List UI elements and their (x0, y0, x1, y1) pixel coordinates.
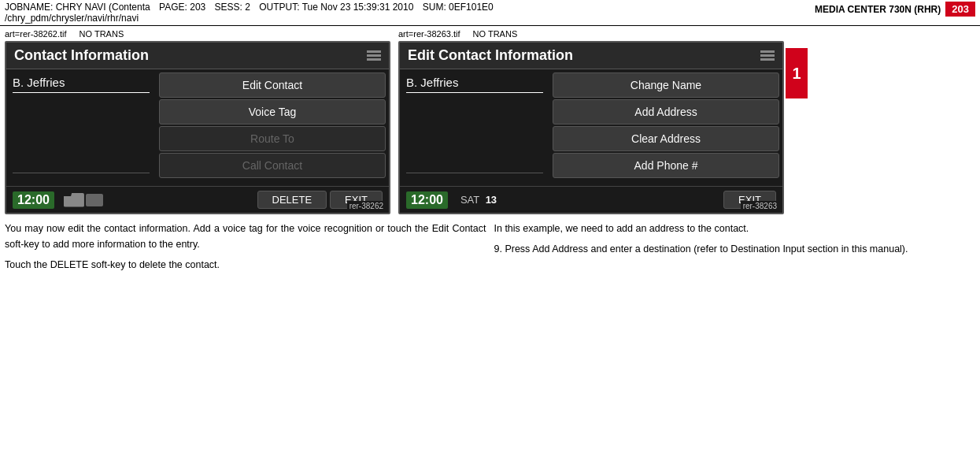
left-btn-voice-tag[interactable]: Voice Tag (159, 99, 386, 124)
left-contact-panel: B. Jeffries (6, 69, 156, 186)
right-btn-change-name[interactable]: Change Name (553, 72, 779, 98)
section-number-badge: 1 (786, 48, 808, 98)
left-art-label: art=rer-38262.tif (5, 29, 67, 39)
right-art-label: art=rer-38263.tif (398, 29, 460, 39)
left-divider-line (13, 173, 150, 173)
right-menu-icon (760, 50, 775, 61)
left-no-trans: NO TRANS (80, 29, 124, 39)
left-ref-label: rer-38262 (347, 201, 386, 211)
right-time-display: 12:00 (406, 191, 448, 209)
right-screen-label-row: art=rer-38263.tif NO TRANS (398, 29, 784, 39)
right-para2: 9. Press Add Address and enter a destina… (494, 241, 976, 257)
right-no-trans: NO TRANS (473, 29, 518, 39)
page-number-badge: 203 (945, 2, 975, 17)
right-contact-name: B. Jeffries (406, 76, 543, 93)
menu-icon (367, 50, 381, 61)
left-delete-btn[interactable]: DELETE (257, 191, 327, 209)
right-buttons-panel: Change Name Add Address Clear Address Ad… (549, 69, 782, 186)
left-screen-body: B. Jeffries Edit Contact Voice Tag Route… (6, 69, 389, 186)
left-screen-label-row: art=rer-38262.tif NO TRANS (5, 29, 390, 39)
left-contact-name: B. Jeffries (13, 76, 150, 93)
page-label: PAGE: 203 (159, 2, 205, 13)
right-ref-label: rer-38263 (741, 201, 779, 211)
right-status-bar: 12:00 SAT 13 EXIT (400, 186, 782, 213)
right-btn-clear-address[interactable]: Clear Address (553, 126, 779, 151)
sat-number: 13 (486, 194, 497, 206)
left-para2: Touch the DELETE soft-key to delete the … (5, 257, 486, 273)
sat-label: SAT (460, 194, 479, 206)
output-label: OUTPUT: Tue Nov 23 15:39:31 2010 (259, 2, 413, 13)
text-right: In this example, we need to add an addre… (494, 221, 976, 277)
right-nav-screen: Edit Contact Information B. Jeffries Cha… (398, 41, 784, 214)
right-btn-add-phone[interactable]: Add Phone # (553, 153, 779, 178)
left-time-display: 12:00 (13, 191, 54, 209)
page-header: JOBNAME: CHRY NAVI (Contenta PAGE: 203 S… (0, 0, 980, 26)
left-title-bar: Contact Information (6, 43, 389, 69)
media-center-title: MEDIA CENTER 730N (RHR) (815, 4, 941, 15)
right-btn-add-address[interactable]: Add Address (553, 99, 779, 124)
left-screen-container: art=rer-38262.tif NO TRANS Contact Infor… (5, 29, 390, 214)
left-btn-call-contact: Call Contact (159, 153, 386, 178)
right-screen-container: art=rer-38263.tif NO TRANS Edit Contact … (398, 29, 784, 214)
sat-info: SAT 13 (460, 194, 497, 206)
right-para1: In this example, we need to add an addre… (494, 221, 976, 236)
left-screen-title: Contact Information (14, 47, 149, 64)
right-title-bar: Edit Contact Information (400, 43, 782, 69)
right-divider-line (406, 173, 543, 173)
left-nav-screen: Contact Information B. Jeffries Edit Con… (5, 41, 390, 214)
left-status-bar: 12:00 DELETE EXIT (6, 186, 389, 213)
sess-label: SESS: 2 (215, 2, 250, 13)
job-name: JOBNAME: CHRY NAVI (Contenta (5, 2, 150, 13)
right-screen-title: Edit Contact Information (408, 47, 573, 64)
right-contact-panel: B. Jeffries (400, 69, 549, 186)
left-para1: You may now edit the contact information… (5, 221, 486, 252)
text-left: You may now edit the contact information… (5, 221, 486, 277)
left-btn-edit-contact[interactable]: Edit Contact (159, 72, 386, 98)
left-btn-route-to: Route To (159, 126, 386, 151)
sum-label: SUM: 0EF101E0 (423, 2, 494, 13)
right-screen-body: B. Jeffries Change Name Add Address Clea… (400, 69, 782, 186)
path: /chry_pdm/chrysler/navi/rhr/navi (5, 13, 139, 24)
left-buttons-panel: Edit Contact Voice Tag Route To Call Con… (156, 69, 389, 186)
folder-icon (64, 193, 103, 207)
